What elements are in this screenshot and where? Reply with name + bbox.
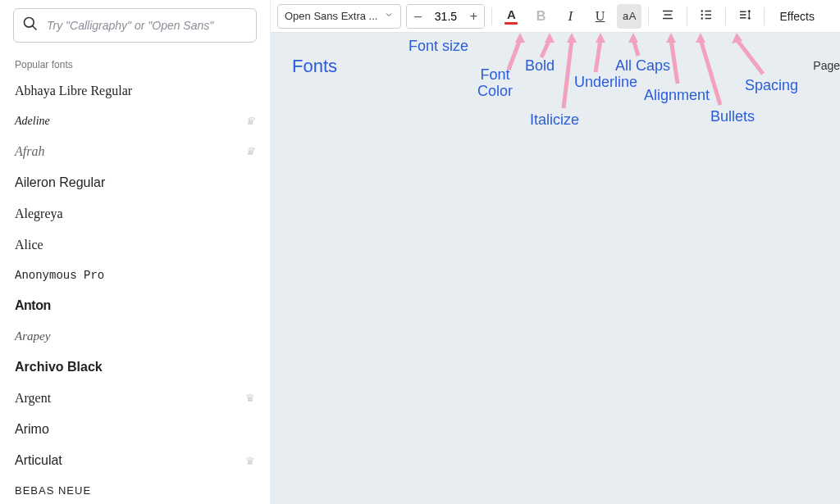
svg-line-24 <box>671 39 678 84</box>
font-name-label: Arapey <box>15 329 50 343</box>
font-name-label: Argent <box>15 391 51 406</box>
font-name-label: Adeline <box>15 115 50 128</box>
svg-line-14 <box>509 39 520 70</box>
font-name-label: Arimo <box>15 422 49 437</box>
svg-marker-21 <box>596 33 605 43</box>
font-name-label: Archivo Black <box>15 360 103 375</box>
bullets-icon <box>699 7 714 25</box>
font-family-label: Open Sans Extra ... <box>285 10 377 22</box>
svg-marker-25 <box>666 33 676 43</box>
svg-marker-19 <box>567 33 577 43</box>
font-item[interactable]: BEBAS NEUE <box>0 476 270 504</box>
font-list: Abhaya Libre RegularAdeline♛Afrah♛Ailero… <box>0 75 270 504</box>
font-item[interactable]: Anton <box>0 290 270 321</box>
crown-icon: ♛ <box>245 115 255 128</box>
font-name-label: Articulat <box>15 453 62 468</box>
toolbar-divider <box>764 7 765 25</box>
toolbar-divider <box>648 7 649 25</box>
svg-marker-27 <box>696 33 705 43</box>
italic-button[interactable]: I <box>558 4 582 29</box>
svg-line-1 <box>33 26 37 30</box>
font-item[interactable]: Adeline♛ <box>0 107 270 136</box>
bold-icon: B <box>536 9 546 24</box>
annotation-allcaps: All Caps <box>615 57 670 75</box>
font-item[interactable]: Archivo Black <box>0 352 270 383</box>
svg-line-16 <box>541 39 550 57</box>
uppercase-button[interactable]: aA <box>617 4 641 29</box>
annotation-bullets: Bullets <box>710 108 755 125</box>
svg-marker-29 <box>732 33 742 43</box>
font-name-label: Alegreya <box>15 207 63 221</box>
font-item[interactable]: Aileron Regular <box>0 167 270 198</box>
page-label: Page <box>813 59 840 72</box>
font-item[interactable]: Arimo <box>0 414 270 445</box>
svg-point-6 <box>701 14 703 16</box>
svg-marker-23 <box>628 33 638 43</box>
font-size-increase-button[interactable]: + <box>463 4 484 29</box>
font-family-select[interactable]: Open Sans Extra ... <box>277 4 401 29</box>
font-item[interactable]: Arapey <box>0 321 270 352</box>
annotation-fontsize: Font size <box>409 38 468 55</box>
font-name-label: Aileron Regular <box>15 175 105 190</box>
annotation-underline: Underline <box>574 74 637 91</box>
svg-line-18 <box>564 39 572 108</box>
font-item[interactable]: Alegreya <box>0 198 270 229</box>
svg-line-22 <box>633 39 638 56</box>
font-name-label: BEBAS NEUE <box>15 484 91 497</box>
list-button[interactable] <box>694 4 719 29</box>
svg-point-5 <box>701 10 703 11</box>
caps-icon: aA <box>623 10 637 22</box>
annotation-fontcolor: FontColor <box>477 67 513 100</box>
toolbar-divider <box>687 7 687 25</box>
font-search-input[interactable] <box>39 19 248 32</box>
arrow-icon <box>554 33 587 111</box>
font-name-label: Anonymous Pro <box>15 269 104 282</box>
spacing-button[interactable] <box>733 4 757 29</box>
font-name-label: Alice <box>15 238 43 252</box>
svg-line-28 <box>737 39 763 74</box>
bold-button[interactable]: B <box>528 4 553 29</box>
font-name-label: Anton <box>15 298 51 313</box>
effects-button[interactable]: Effects <box>771 4 823 29</box>
font-name-label: Afrah <box>15 144 44 159</box>
font-color-swatch <box>504 22 518 25</box>
crown-icon: ♛ <box>245 392 255 405</box>
arrow-icon <box>622 33 655 59</box>
font-size-input[interactable] <box>428 5 463 28</box>
annotation-fonts: Fonts <box>292 56 337 77</box>
svg-point-0 <box>25 18 34 28</box>
annotation-spacing: Spacing <box>745 77 798 94</box>
svg-line-20 <box>596 39 600 72</box>
font-sidebar: Popular fonts Abhaya Libre RegularAdelin… <box>0 0 271 504</box>
font-color-letter: A <box>507 7 516 21</box>
svg-point-7 <box>701 17 703 19</box>
search-wrap[interactable] <box>13 8 257 43</box>
alignment-button[interactable] <box>655 4 680 29</box>
font-size-group: – + <box>406 4 485 29</box>
align-icon <box>660 7 675 25</box>
italic-icon: I <box>568 8 573 25</box>
toolbar-divider <box>725 7 726 25</box>
underline-icon: U <box>596 9 605 24</box>
main-area: Open Sans Extra ... – + A B I U aA <box>271 0 840 504</box>
svg-marker-15 <box>515 33 525 43</box>
arrow-icon <box>727 33 776 77</box>
crown-icon: ♛ <box>245 455 255 467</box>
font-item[interactable]: Abhaya Libre Regular <box>0 75 270 107</box>
font-size-decrease-button[interactable]: – <box>407 4 428 29</box>
toolbar-divider <box>491 7 492 25</box>
font-item[interactable]: Argent♛ <box>0 383 270 414</box>
canvas-area[interactable]: Fonts Font size FontColor Bold Italicize… <box>271 33 840 504</box>
spacing-icon <box>737 7 752 25</box>
crown-icon: ♛ <box>245 145 255 158</box>
annotation-italicize: Italicize <box>530 111 579 129</box>
font-color-button[interactable]: A <box>499 4 523 29</box>
font-item[interactable]: Anonymous Pro <box>0 261 270 290</box>
font-name-label: Abhaya Libre Regular <box>15 84 132 98</box>
font-item[interactable]: Alice <box>0 229 270 261</box>
font-item[interactable]: Articulat♛ <box>0 445 270 476</box>
underline-button[interactable]: U <box>587 4 612 29</box>
arrow-icon <box>584 33 617 74</box>
annotation-alignment: Alignment <box>644 87 710 104</box>
font-item[interactable]: Afrah♛ <box>0 136 270 167</box>
